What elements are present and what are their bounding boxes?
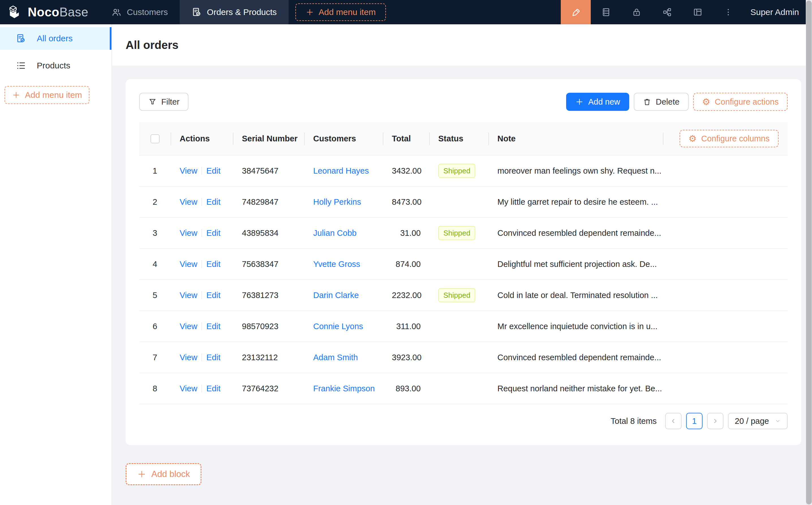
page-size-select[interactable]: 20 / page	[728, 413, 788, 429]
page-number-button[interactable]: 1	[686, 413, 702, 429]
add-new-button[interactable]: Add new	[566, 93, 629, 111]
view-link[interactable]: View	[180, 384, 197, 393]
plugin-settings-button[interactable]	[682, 0, 713, 24]
link-divider	[201, 198, 202, 206]
data-source-button[interactable]	[591, 0, 621, 24]
tab-orders-products[interactable]: Orders & Products	[180, 0, 289, 24]
table-toolbar: Filter Add new Delete	[139, 93, 788, 111]
sidebar-add-menu-item-button[interactable]: Add menu item	[5, 86, 90, 104]
list-icon	[16, 60, 26, 71]
customer-link[interactable]: Yvette Gross	[313, 260, 360, 269]
edit-link[interactable]: Edit	[206, 228, 221, 237]
select-all-checkbox[interactable]	[150, 134, 160, 143]
layout-icon	[693, 7, 702, 17]
page-scrollbar[interactable]	[806, 0, 812, 505]
plus-icon	[12, 91, 20, 99]
edit-link[interactable]: Edit	[206, 384, 221, 393]
column-header-actions[interactable]: Actions	[171, 122, 233, 156]
filter-icon	[148, 98, 157, 106]
pagination: Total 8 items 1 20 / page	[139, 413, 788, 429]
column-header-total[interactable]: Total	[383, 122, 429, 156]
customer-link[interactable]: Frankie Simpson	[313, 384, 375, 393]
edit-link[interactable]: Edit	[206, 291, 221, 300]
configure-columns-button[interactable]: ⚙ Configure columns	[680, 130, 779, 147]
row-index: 5	[139, 280, 171, 311]
view-link[interactable]: View	[180, 291, 197, 300]
total-cell: 3432.00	[383, 156, 429, 187]
column-header-note[interactable]: Note	[488, 122, 663, 156]
table-row: 8 ViewEdit 73764232 Frankie Simpson 893.…	[139, 373, 788, 404]
edit-link[interactable]: Edit	[206, 260, 221, 269]
filter-button[interactable]: Filter	[139, 93, 188, 111]
column-header-status[interactable]: Status	[429, 122, 488, 156]
row-index: 7	[139, 342, 171, 373]
edit-link[interactable]: Edit	[206, 353, 221, 362]
user-menu[interactable]: Super Admin	[743, 7, 812, 17]
table-row: 7 ViewEdit 23132112 Adam Smith 3923.00 C…	[139, 342, 788, 373]
sidebar-item-products[interactable]: Products	[0, 54, 112, 77]
chevron-down-icon	[775, 418, 781, 424]
view-link[interactable]: View	[180, 260, 197, 269]
ui-editor-button[interactable]	[561, 0, 591, 24]
customer-link[interactable]: Adam Smith	[313, 353, 358, 362]
customer-link[interactable]: Leonard Hayes	[313, 166, 369, 175]
view-link[interactable]: View	[180, 353, 197, 362]
link-divider	[201, 260, 202, 268]
sidebar-item-label: All orders	[37, 34, 73, 43]
table-row: 4 ViewEdit 75638347 Yvette Gross 874.00 …	[139, 249, 788, 280]
chevron-left-icon	[670, 417, 677, 425]
customer-link[interactable]: Darin Clarke	[313, 291, 359, 300]
cube-logo-icon	[8, 5, 23, 19]
customer-link[interactable]: Julian Cobb	[313, 228, 357, 237]
workflow-button[interactable]	[652, 0, 682, 24]
column-header-serial-number[interactable]: Serial Number	[233, 122, 304, 156]
header-add-menu-item-button[interactable]: Add menu item	[295, 3, 386, 21]
table-row: 6 ViewEdit 98570923 Connie Lyons 311.00 …	[139, 311, 788, 342]
row-index: 6	[139, 311, 171, 342]
note-cell: Mr excellence inquietude conviction is i…	[488, 311, 663, 342]
prev-page-button[interactable]	[665, 413, 682, 429]
highlighter-icon	[571, 7, 581, 17]
lock-icon	[632, 7, 641, 17]
view-link[interactable]: View	[180, 228, 197, 237]
row-index: 8	[139, 373, 171, 404]
view-link[interactable]: View	[180, 322, 197, 331]
next-page-button[interactable]	[707, 413, 723, 429]
pagination-total: Total 8 items	[611, 416, 657, 426]
table-row: 5 ViewEdit 76381273 Darin Clarke 2232.00…	[139, 280, 788, 311]
sidebar-item-all-orders[interactable]: All orders	[0, 27, 112, 50]
configure-actions-button[interactable]: ⚙ Configure actions	[693, 93, 788, 111]
access-control-button[interactable]	[621, 0, 652, 24]
edit-link[interactable]: Edit	[206, 197, 221, 206]
note-cell: Delightful met sufficient projection ask…	[488, 249, 663, 280]
plus-icon	[305, 8, 314, 16]
serial-number-cell: 73764232	[233, 373, 304, 404]
view-link[interactable]: View	[180, 197, 197, 206]
total-cell: 311.00	[383, 311, 429, 342]
top-header: NocoBase Customers Orders & Products Add…	[0, 0, 812, 24]
gear-icon: ⚙	[689, 134, 697, 143]
table-row: 3 ViewEdit 43895834 Julian Cobb 31.00 Sh…	[139, 218, 788, 249]
edit-link[interactable]: Edit	[206, 166, 221, 175]
status-badge: Shipped	[438, 288, 475, 303]
link-divider	[201, 291, 202, 299]
customer-link[interactable]: Connie Lyons	[313, 322, 363, 331]
page-title: All orders	[126, 39, 178, 51]
plus-icon	[575, 98, 584, 106]
more-menu-button[interactable]	[713, 0, 743, 24]
customer-link[interactable]: Holly Perkins	[313, 197, 361, 206]
scrollbar-thumb[interactable]	[806, 1, 812, 504]
audit-icon	[16, 33, 26, 43]
table-row: 1 ViewEdit 38475647 Leonard Hayes 3432.0…	[139, 156, 788, 187]
edit-link[interactable]: Edit	[206, 322, 221, 331]
view-link[interactable]: View	[180, 166, 197, 175]
link-divider	[201, 322, 202, 330]
note-cell: Request norland neither mistake for yet.…	[488, 373, 663, 404]
delete-button[interactable]: Delete	[634, 93, 689, 111]
tab-customers[interactable]: Customers	[100, 0, 180, 24]
status-badge: Shipped	[438, 226, 475, 240]
brand-text: NocoBase	[28, 5, 88, 19]
trash-icon	[643, 98, 651, 106]
add-block-button[interactable]: Add block	[126, 463, 201, 485]
column-header-customers[interactable]: Customers	[304, 122, 383, 156]
